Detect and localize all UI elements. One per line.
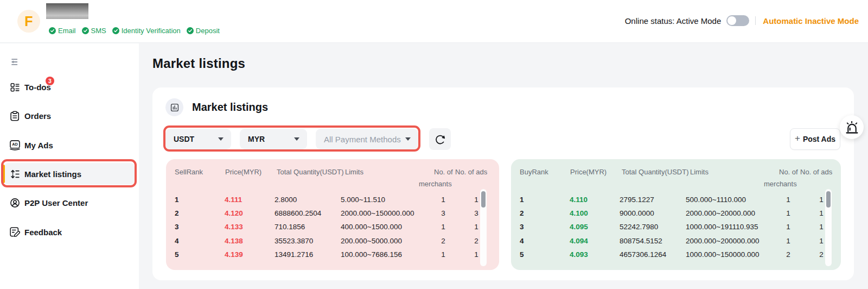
asset-select-value: USDT [174,135,194,143]
sidebar-item-label: P2P User Center [24,198,88,208]
sell-cell-merchants: 3 [427,209,459,217]
online-status-toggle[interactable] [726,15,749,26]
divider [755,16,756,25]
auto-inactive-mode-link[interactable]: Automatic Inactive Mode [763,16,859,26]
buy-cell-rank: 4 [520,236,524,244]
sell-cell-qty: 35523.3870 [275,236,313,244]
alerts-fab[interactable] [840,115,864,139]
sell-cell-ads: 2 [460,236,493,244]
sell-orders-panel: SellRank Price(MYR) Total Quantity(USDT)… [166,159,499,270]
badge-sms-label: SMS [91,27,106,35]
avatar[interactable]: F [17,10,40,33]
buy-row: 54.0934657306.12641000.000~150000.00022 [511,247,841,261]
buy-table-rows: 14.1102795.1227500.000~1110.0001124.1009… [511,192,841,261]
username-redacted [46,3,88,19]
check-icon [187,27,194,34]
sell-row: 14.1112.80005.000~11.51011 [166,192,499,206]
sell-cell-ads: 1 [460,195,493,203]
plus-icon: + [795,133,800,144]
chevron-down-icon [218,137,224,141]
main-content: Market listings Market listings USDT MYR… [139,43,868,289]
sell-scrollbar[interactable] [480,189,487,266]
badge-deposit: Deposit [187,27,220,35]
buy-cell-ads: 2 [805,250,838,258]
sell-cell-merchants: 1 [427,250,459,258]
buy-cell-limits: 1000.000~150000.000 [686,250,760,258]
scrollbar-thumb[interactable] [481,191,486,208]
sell-cell-qty: 13491.2716 [275,250,313,258]
buy-scrollbar[interactable] [825,189,832,266]
sidebar-item-feedback[interactable]: Feedback [4,221,135,243]
badge-sms: SMS [82,27,106,35]
fiat-select[interactable]: MYR [240,129,307,149]
buy-cell-merchants: 1 [772,195,805,203]
sidebar-item-orders[interactable]: Orders [4,105,135,127]
payment-method-select[interactable]: All Payment Methods [316,129,418,149]
buy-cell-rank: 3 [520,223,524,231]
market-listings-card: Market listings USDT MYR All Payment Met… [152,87,854,280]
col-price: Price(MYR) [225,168,261,176]
badge-email-label: Email [58,27,76,35]
col-quantity: Total Quantity(USDT) [622,168,689,176]
fiat-select-value: MYR [248,135,265,143]
col-ads: No. of ads [800,168,832,176]
sell-cell-limits: 5.000~11.510 [341,195,385,203]
sidebar-item-label: Orders [24,111,51,121]
col-quantity: Total Quantity(USDT) [277,168,344,176]
col-merchants: merchants [764,180,797,188]
sidebar-item-my-ads[interactable]: AD My Ads [4,134,135,156]
col-price: Price(MYR) [570,168,607,176]
buy-cell-qty: 808754.5152 [620,236,662,244]
refresh-button[interactable] [429,128,451,150]
buy-row: 34.09552242.79801000.000~191110.93511 [511,220,841,234]
sell-cell-price: 4.133 [225,223,243,231]
online-status-label: Online status: Active Mode [625,16,722,26]
col-merchants: merchants [419,180,452,188]
card-title: Market listings [192,101,268,114]
sell-cell-limits: 100.000~7686.156 [341,250,402,258]
collapse-sidebar-icon[interactable] [11,58,18,66]
badge-identity-label: Identity Verification [122,27,181,35]
sell-cell-qty: 710.1856 [275,223,305,231]
sell-row: 54.13913491.2716100.000~7686.15611 [166,247,499,261]
siren-icon [846,121,858,134]
buy-cell-rank: 1 [520,195,524,203]
post-ads-button[interactable]: + Post Ads [790,128,840,150]
buy-row: 24.1009000.00002000.000~20000.00011 [511,206,841,219]
sidebar-item-market-listings[interactable]: Market listings [4,163,135,185]
check-icon [82,27,89,34]
feedback-icon [10,227,20,237]
buy-cell-ads: 1 [805,223,838,231]
sell-cell-ads: 1 [460,223,493,231]
todo-list-icon [10,82,20,92]
buy-cell-limits: 500.000~1110.000 [686,195,746,203]
refresh-icon [435,134,446,145]
asset-select[interactable]: USDT [165,129,231,149]
sidebar: To-dos 3 Orders AD My Ads [0,43,139,289]
sidebar-item-p2p-user-center[interactable]: P2P User Center [4,192,135,213]
sell-cell-rank: 2 [175,209,179,217]
chart-icon [165,98,183,116]
sell-cell-rank: 4 [175,236,179,244]
buy-cell-price: 4.100 [570,209,588,217]
sell-cell-price: 4.138 [225,236,243,244]
buy-cell-ads: 1 [805,209,838,217]
check-icon [49,27,56,34]
user-circle-icon [10,198,20,208]
buy-cell-price: 4.095 [570,223,588,231]
todos-count-badge: 3 [46,77,54,85]
post-ads-label: Post Ads [803,135,835,143]
sell-cell-ads: 1 [460,250,493,258]
toggle-knob [727,16,736,25]
sell-cell-limits: 200.000~5000.000 [341,236,402,244]
sell-cell-merchants: 1 [427,195,459,203]
badge-email: Email [49,27,76,35]
col-sellrank: SellRank [175,168,203,176]
verification-badges: Email SMS Identity Verification Deposit [49,26,220,35]
buy-cell-rank: 5 [520,250,524,258]
buy-cell-ads: 1 [805,195,838,203]
scrollbar-thumb[interactable] [826,191,831,208]
sidebar-item-todos[interactable]: To-dos 3 [4,76,135,98]
sidebar-item-label: Market listings [24,169,81,179]
buy-cell-merchants: 1 [772,236,805,244]
